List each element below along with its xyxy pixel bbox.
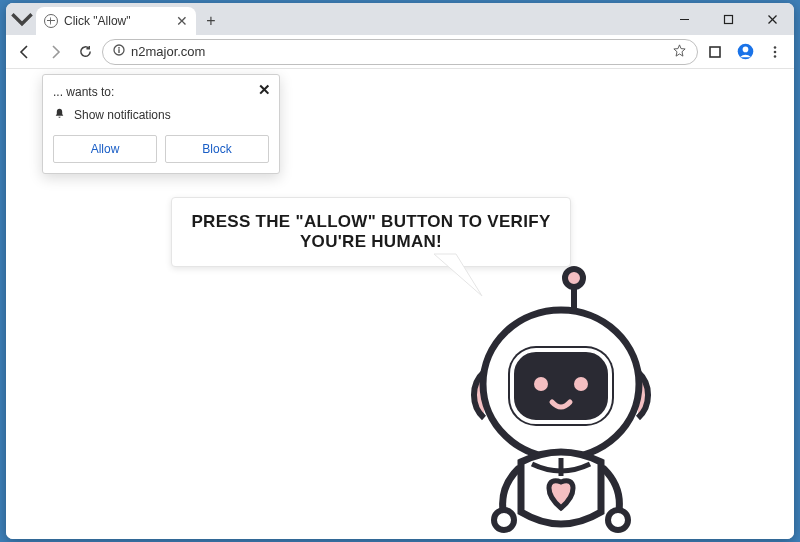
svg-point-9 <box>742 47 748 53</box>
reload-button[interactable] <box>72 39 98 65</box>
svg-point-21 <box>574 377 588 391</box>
notification-prompt: ✕ ... wants to: Show notifications Allow… <box>42 74 280 174</box>
allow-button[interactable]: Allow <box>53 135 157 163</box>
new-tab-button[interactable]: + <box>200 10 222 32</box>
svg-point-5 <box>118 47 120 49</box>
svg-rect-7 <box>710 47 720 57</box>
robot-illustration <box>446 264 676 539</box>
svg-rect-6 <box>118 49 119 53</box>
bell-icon <box>53 107 66 123</box>
toolbar: n2major.com <box>6 35 794 69</box>
site-info-icon[interactable] <box>113 44 125 59</box>
svg-point-22 <box>494 510 514 530</box>
menu-icon[interactable] <box>762 39 788 65</box>
browser-tab[interactable]: Click "Allow" ✕ <box>36 7 196 35</box>
block-button[interactable]: Block <box>165 135 269 163</box>
notification-permission-label: Show notifications <box>74 108 171 122</box>
svg-point-20 <box>534 377 548 391</box>
close-window-button[interactable] <box>750 3 794 35</box>
tab-title: Click "Allow" <box>64 14 170 28</box>
verify-human-message: PRESS THE "ALLOW" BUTTON TO VERIFY YOU'R… <box>171 197 571 267</box>
svg-rect-18 <box>508 346 614 426</box>
svg-point-11 <box>774 50 777 53</box>
search-tabs-button[interactable] <box>10 7 34 31</box>
minimize-button[interactable] <box>662 3 706 35</box>
window-controls <box>662 3 794 35</box>
extensions-icon[interactable] <box>702 39 728 65</box>
star-icon[interactable] <box>672 43 687 61</box>
notification-origin: ... wants to: <box>53 85 269 99</box>
tab-strip: Click "Allow" ✕ + <box>6 3 794 35</box>
svg-point-12 <box>774 55 777 58</box>
globe-icon <box>44 14 58 28</box>
page-viewport: ✕ ... wants to: Show notifications Allow… <box>6 69 794 539</box>
url-text: n2major.com <box>131 44 666 59</box>
svg-point-10 <box>774 46 777 49</box>
close-tab-icon[interactable]: ✕ <box>176 13 188 29</box>
browser-window: Click "Allow" ✕ + <box>6 3 794 539</box>
address-bar[interactable]: n2major.com <box>102 39 698 65</box>
maximize-button[interactable] <box>706 3 750 35</box>
close-icon[interactable]: ✕ <box>258 81 271 99</box>
back-button[interactable] <box>12 39 38 65</box>
profile-icon[interactable] <box>732 39 758 65</box>
svg-point-23 <box>608 510 628 530</box>
forward-button[interactable] <box>42 39 68 65</box>
svg-point-16 <box>565 269 583 287</box>
svg-rect-1 <box>724 15 732 23</box>
